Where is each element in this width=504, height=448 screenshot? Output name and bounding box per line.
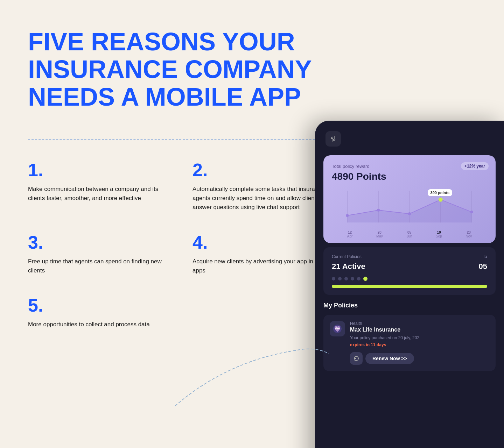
divider — [28, 139, 329, 140]
chart-tooltip: 390 points — [428, 189, 452, 196]
decorative-curve — [158, 343, 332, 413]
reason-4-text: Acquire new clients by advertising your … — [192, 257, 329, 276]
ta-label: Ta — [483, 254, 487, 259]
reason-4: 4. Acquire new clients by advertising yo… — [192, 233, 329, 276]
reason-4-number: 4. — [192, 233, 329, 251]
reason-2-text: Automatically complete some tasks that i… — [192, 185, 329, 212]
menu-icon-btn[interactable] — [326, 131, 341, 147]
phone-top-bar — [315, 121, 504, 152]
chart-label-4: 23 Nov — [465, 230, 472, 238]
left-content: FIVE REASONS YOUR INSURANCE COMPANY NEED… — [0, 0, 357, 448]
page-title: FIVE REASONS YOUR INSURANCE COMPANY NEED… — [28, 28, 326, 111]
progress-bar — [332, 285, 487, 288]
policies-section: Current Policies Ta 21 Active 05 — [323, 247, 496, 295]
phone-inner: Total policy reward 4890 Points +12% yea… — [315, 121, 504, 371]
reason-2: 2. Automatically complete some tasks tha… — [192, 161, 329, 212]
reward-card: Total policy reward 4890 Points +12% yea… — [323, 155, 496, 243]
dot-5 — [357, 277, 360, 280]
page-wrapper: FIVE REASONS YOUR INSURANCE COMPANY NEED… — [0, 0, 504, 448]
policy-category: Health — [350, 321, 489, 326]
policy-card: Health Max Life Insurance Your policy pu… — [323, 315, 496, 371]
chart-label-2: 05 Jun — [406, 230, 412, 238]
svg-point-13 — [470, 211, 473, 213]
my-policies-title: My Policies — [323, 302, 496, 309]
refresh-icon — [353, 355, 359, 362]
reason-1-text: Make communication between a company and… — [28, 185, 164, 203]
reason-3-text: Free up time that agents can spend on fi… — [28, 257, 164, 276]
my-policies-section: My Policies Health Max Life In — [315, 302, 504, 371]
svg-point-11 — [408, 212, 411, 215]
reason-1: 1. Make communication between a company … — [28, 161, 164, 212]
renew-icon[interactable] — [350, 352, 363, 365]
policies-values: 21 Active 05 — [332, 262, 487, 271]
reason-5-number: 5. — [28, 296, 164, 314]
svg-point-0 — [331, 137, 333, 139]
dot-2 — [338, 277, 342, 280]
reason-5-text: More opportunities to collect and proces… — [28, 320, 164, 329]
reason-2-number: 2. — [192, 161, 329, 179]
reason-5: 5. More opportunities to collect and pro… — [28, 296, 164, 329]
policy-info: Health Max Life Insurance Your policy pu… — [350, 321, 489, 365]
renew-now-button[interactable]: Renew Now >> — [365, 353, 414, 364]
chart-label-3-active: 10 Sep — [436, 230, 442, 238]
dot-4 — [351, 277, 354, 280]
chart-svg — [332, 189, 487, 228]
phone-mockup: Total policy reward 4890 Points +12% yea… — [315, 121, 504, 448]
reason-3-number: 3. — [28, 233, 164, 251]
policies-value2: 05 — [479, 262, 487, 271]
chart-labels: 12 Apr 20 May 05 Jun — [332, 230, 487, 238]
policies-dots — [332, 277, 487, 281]
policies-header: Current Policies Ta — [332, 254, 487, 259]
settings-icon — [330, 135, 337, 142]
svg-point-10 — [377, 209, 380, 212]
reward-points: 4890 Points — [332, 171, 487, 182]
current-policies-label: Current Policies — [332, 254, 362, 259]
svg-point-12 — [439, 198, 443, 202]
renew-btn-area: Renew Now >> — [350, 352, 489, 365]
chart-label-0: 12 Apr — [347, 230, 353, 238]
reason-1-number: 1. — [28, 161, 164, 179]
svg-point-9 — [346, 214, 349, 217]
health-icon — [332, 324, 342, 334]
svg-point-1 — [334, 139, 335, 141]
policy-desc: Your policy purchased on 20 july, 202 — [350, 335, 489, 341]
phone-area: Total policy reward 4890 Points +12% yea… — [357, 0, 504, 448]
policy-icon — [330, 321, 345, 336]
policy-expires: expires in 11 days — [350, 342, 489, 347]
chart-area: 390 points — [332, 189, 487, 235]
policy-name: Max Life Insurance — [350, 327, 489, 333]
dot-3 — [344, 277, 348, 280]
reward-badge: +12% year — [461, 162, 489, 170]
dot-1 — [332, 277, 335, 280]
active-count: 21 Active — [332, 262, 365, 271]
dot-active — [363, 277, 368, 281]
chart-label-1: 20 May — [376, 230, 383, 238]
reason-3: 3. Free up time that agents can spend on… — [28, 233, 164, 276]
reasons-grid: 1. Make communication between a company … — [28, 161, 329, 329]
